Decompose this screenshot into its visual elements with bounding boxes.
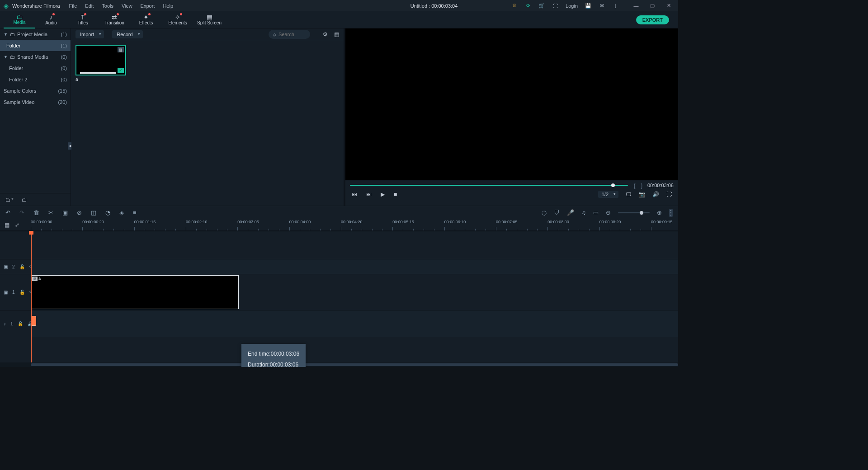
tab-transition[interactable]: ⇄Transition [99,11,130,28]
menu-file[interactable]: File [69,3,77,9]
voiceover-button[interactable]: 🎤 [567,209,574,216]
timeline-clip[interactable]: ▨ a [31,275,239,309]
preview-canvas[interactable] [363,31,660,180]
save-icon[interactable]: 💾 [585,3,591,9]
download-icon[interactable]: ⭳ [612,3,618,9]
tab-media[interactable]: 🗀Media [4,11,35,28]
menu-tools[interactable]: Tools [102,3,113,9]
timeline-menu-icon[interactable]: ▤ [5,222,9,228]
tree-folder[interactable]: Folder(0) [0,62,71,74]
tree-folder-selected[interactable]: Folder(1) [0,40,71,51]
timeline-handle[interactable] [669,209,673,217]
text-icon: T [81,14,85,20]
playhead[interactable] [31,231,32,362]
refresh-icon[interactable]: ⟳ [525,3,531,9]
stop-button[interactable]: ■ [394,191,397,197]
redo-button[interactable]: ↷ [19,209,24,216]
tree-sample-video[interactable]: Sample Video(20) [0,96,71,108]
menu-export[interactable]: Export [141,3,155,9]
project-tree: ▼🗀Project Media(1) Folder(1) ▼🗀Shared Me… [0,28,71,206]
tree-shared-media[interactable]: ▼🗀Shared Media(0) [0,51,71,62]
tab-titles[interactable]: TTitles [67,11,99,28]
marker-button[interactable]: ⛉ [554,209,560,216]
collapse-panel-button[interactable]: ◀ [68,142,71,150]
ruler-label: 00:00:09:15 [651,220,673,224]
minimize-button[interactable]: — [630,2,642,10]
menu-edit[interactable]: Edit [85,3,94,9]
search-input[interactable] [278,32,306,37]
lock-icon[interactable]: 🔓 [19,264,25,269]
mail-icon[interactable]: ✉ [599,3,605,9]
timeline-ruler[interactable]: 00:00:00:0000:00:00:2000:00:01:1500:00:0… [31,219,678,230]
menu-view[interactable]: View [122,3,132,9]
color-button[interactable]: ◫ [91,209,96,216]
cart-icon[interactable]: 🛒 [538,3,545,9]
tab-split-screen[interactable]: ▦Split Screen [193,11,225,28]
clip-tooltip: End time:00:00:03:06 Duration:00:00:03:0… [241,344,306,367]
filter-icon[interactable]: ⚙ [323,31,328,38]
link-icon[interactable]: ⤢ [15,222,19,228]
tree-sample-colors[interactable]: Sample Colors(15) [0,85,71,96]
import-dropdown[interactable]: Import [75,30,104,38]
track-video-2[interactable]: ▣2🔓👁 [0,259,678,274]
media-clip[interactable]: ▨ ✓ a [75,45,126,82]
split-button[interactable]: ✂ [48,209,53,216]
record-dropdown[interactable]: Record [112,30,142,38]
in-marker-icon[interactable]: { [633,182,635,189]
timer-button[interactable]: ◔ [105,209,110,216]
folder-icon: 🗀 [16,14,23,20]
snapshot-icon[interactable]: 📷 [638,191,645,197]
timeline-scrollbar[interactable] [0,362,678,367]
track-audio-1[interactable]: ♪1🔓🔊 [0,310,678,337]
tab-effects[interactable]: ✦Effects [130,11,162,28]
playback-quality-icon[interactable]: 🖵 [626,191,631,197]
lock-icon[interactable]: 🔓 [19,290,25,295]
mixer-button[interactable]: ♫ [581,209,586,216]
open-folder-icon[interactable]: 🗀 [22,197,27,203]
zoom-slider[interactable] [618,212,650,213]
clip-thumbnail[interactable]: ▨ ✓ [75,45,126,75]
search-box[interactable]: ⌕ [269,30,310,39]
tab-elements[interactable]: ✧Elements [162,11,193,28]
delete-button[interactable]: 🗑 [33,209,39,216]
volume-icon[interactable]: 🔊 [652,191,659,197]
zoom-out-button[interactable]: ⊖ [606,209,611,216]
preview-scrubber[interactable]: { } 00:00:03:06 [350,183,674,188]
play-button[interactable]: ▶ [381,191,385,197]
crop-button[interactable]: ▣ [62,209,68,216]
preview-scale-dropdown[interactable]: 1/2 [598,191,618,198]
tab-audio[interactable]: ♪Audio [35,11,67,28]
grid-view-icon[interactable]: ▦ [334,31,339,38]
scrubber-knob[interactable] [611,183,615,187]
main-menu: File Edit Tools View Export Help [69,3,173,9]
render-button[interactable]: ◌ [542,209,547,216]
ruler-label: 00:00:05:15 [392,220,414,224]
aspect-button[interactable]: ▭ [593,209,599,216]
tree-project-media[interactable]: ▼🗀Project Media(1) [0,28,71,40]
track-video-icon: ▣ [4,290,8,295]
export-button[interactable]: EXPORT [636,15,669,24]
close-button[interactable]: ✕ [663,2,675,10]
ruler-label: 00:00:02:10 [186,220,208,224]
out-marker-icon[interactable]: } [641,182,643,189]
menu-help[interactable]: Help [163,3,173,9]
maximize-button[interactable]: ▢ [646,2,658,10]
image-badge-icon: ▨ [32,277,38,281]
gift-icon[interactable]: ⛶ [552,3,558,9]
ruler-label: 00:00:04:20 [341,220,363,224]
settings-button[interactable]: ≡ [133,209,137,216]
keyframe-button[interactable]: ◈ [119,209,124,216]
login-link[interactable]: Login [566,3,578,9]
new-folder-icon[interactable]: 🗀⁺ [5,197,14,203]
tree-folder-2[interactable]: Folder 2(0) [0,74,71,85]
prev-frame-button[interactable]: ⏮ [352,191,357,197]
fullscreen-icon[interactable]: ⛶ [666,191,672,197]
lightbulb-icon[interactable]: ♕ [511,3,518,9]
next-frame-button[interactable]: ⏭ [366,191,372,197]
speed-button[interactable]: ⊘ [77,209,82,216]
lock-icon[interactable]: 🔓 [18,321,23,326]
zoom-in-button[interactable]: ⊕ [657,209,662,216]
undo-button[interactable]: ↶ [5,209,10,216]
track-video-1[interactable]: ▣1🔓👁 ▨ a [0,274,678,310]
ruler-label: 00:00:06:10 [444,220,466,224]
